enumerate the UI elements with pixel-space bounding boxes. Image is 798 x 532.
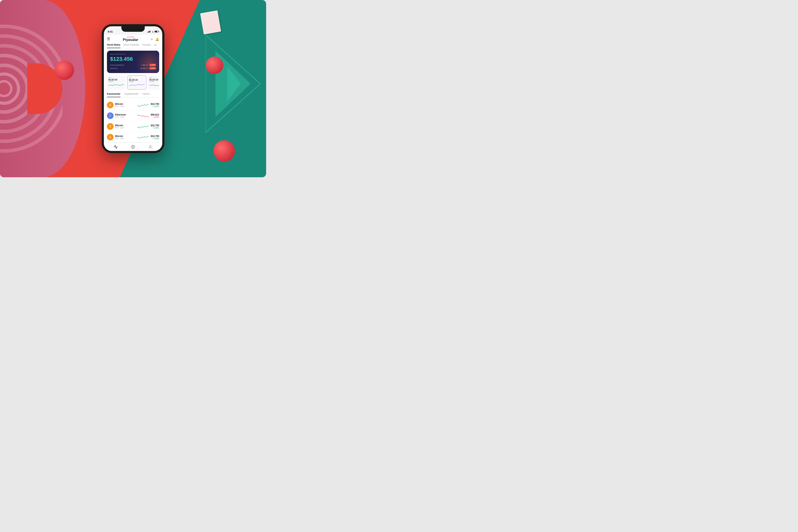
crypto-price-info-2: $22,750 +1,45% <box>151 124 159 129</box>
page-title: Piyasalar <box>123 38 138 42</box>
crypto-list: ₿ Bitcoin BTC · USD $22,750 +1,45% <box>107 100 159 142</box>
green-arrows-svg <box>206 35 260 132</box>
signal-bar-3 <box>149 31 150 33</box>
ticker-label-0: ABC <box>109 77 124 78</box>
crypto-change-2: +1,45% <box>151 127 159 129</box>
svg-point-12 <box>150 145 151 147</box>
crypto-price-3: $22,750 <box>151 135 159 137</box>
crypto-change-0: +1,45% <box>151 106 159 108</box>
crypto-pair-0: BTC · USD <box>115 106 135 107</box>
eth-icon-1: Ξ <box>107 112 114 119</box>
nav-chart[interactable] <box>114 145 118 149</box>
ticker-price-0: $3.157,34 <box>109 79 124 81</box>
app-screen: ☰ canlıfiyat Piyasalar ⌕ 🔔 Genel Bakış D… <box>104 35 162 151</box>
ticker-change-2: +0,00% <box>149 81 159 82</box>
battery-fill <box>155 31 157 32</box>
portfolio-card: ANA PORTFOLYO $123.456 Güncel günlük kar… <box>107 51 159 73</box>
header-center: canlıfiyat Piyasalar <box>123 36 138 42</box>
tab-kazananlar[interactable]: Kazananlar <box>107 92 120 97</box>
ticker-change-0: +0,00% <box>109 81 124 82</box>
crypto-price-1: $56,812 <box>151 113 159 116</box>
portfolio-daily-row: Güncel günlük kar -1.481,72 -1,19% <box>110 64 156 66</box>
ticker-label-1: ABC <box>129 77 145 78</box>
crypto-info-1: Ethereum ETH · USD <box>115 113 135 118</box>
crypto-item-0[interactable]: ₿ Bitcoin BTC · USD $22,750 +1,45% <box>107 100 159 111</box>
btc-icon-2: ₿ <box>107 123 114 130</box>
crypto-item-2[interactable]: ₿ Bitcoin BTC · USD $22,750 +1,45% <box>107 121 159 132</box>
crypto-spark-1 <box>137 113 149 118</box>
header-actions: ⌕ 🔔 <box>151 37 159 41</box>
ticker-card-1[interactable]: ABC $3.157,34 +0,00% <box>127 75 146 90</box>
crypto-info-0: Bitcoin BTC · USD <box>115 103 135 107</box>
crypto-info-2: Bitcoin BTC · USD <box>115 124 135 129</box>
crypto-price-0: $22,750 <box>151 103 159 106</box>
brand-label: canlıfiyat <box>123 36 138 38</box>
signal-bar-1 <box>148 32 148 33</box>
tab-genel-bakis[interactable]: Genel Bakış <box>107 43 120 48</box>
tab-kaybedenler[interactable]: Kaybedenler <box>124 92 138 97</box>
ticker-card-2[interactable]: ABC $3.157,34 +0,00% <box>148 75 159 90</box>
crypto-price-2: $22,750 <box>151 124 159 127</box>
crypto-spark-2 <box>137 124 149 129</box>
menu-icon[interactable]: ☰ <box>107 37 110 41</box>
portfolio-label: ANA PORTFOLYO <box>110 53 156 55</box>
portfolio-amount: $123.456 <box>110 56 156 62</box>
crypto-item-1[interactable]: Ξ Ethereum ETH · USD $56,812 -1,45% <box>107 111 159 121</box>
crypto-item-3[interactable]: ₿ Bitcoin BTC · USD $22,750 +1,45% <box>107 132 159 142</box>
crypto-name-0: Bitcoin <box>115 103 135 106</box>
signal-bar-2 <box>148 31 149 33</box>
phone-notch <box>121 26 145 32</box>
phone: 9:41 ▲ ☰ <box>102 24 164 153</box>
bell-icon[interactable]: 🔔 <box>155 37 159 41</box>
crypto-name-3: Bitcoin <box>115 135 135 137</box>
cube-decoration <box>200 10 221 35</box>
search-icon[interactable]: ⌕ <box>151 37 153 41</box>
crypto-pair-2: BTC · USD <box>115 127 135 129</box>
chart-icon <box>114 145 118 149</box>
crypto-price-info-1: $56,812 -1,45% <box>151 113 159 118</box>
ticker-spark-0 <box>109 83 124 87</box>
status-icons: ▲ <box>148 31 158 33</box>
ticker-price-2: $3.157,34 <box>149 79 159 81</box>
crypto-info-3: Bitcoin BTC · USD <box>115 135 135 139</box>
btc-icon-0: ₿ <box>107 102 114 108</box>
crypto-spark-3 <box>137 134 149 140</box>
tab-emtialar[interactable]: Emtialar <box>142 43 151 48</box>
tab-hacim[interactable]: Hacim <box>142 92 150 97</box>
svg-point-6 <box>0 81 11 96</box>
daily-right: -1.481,72 -1,19% <box>141 64 156 66</box>
ticker-spark-1 <box>129 83 145 87</box>
battery-icon <box>154 31 158 33</box>
crypto-price-info-0: $22,750 +1,45% <box>151 103 159 108</box>
tab-doviz[interactable]: Döviz Pariteleri <box>124 43 139 48</box>
ticker-card-0[interactable]: ABC $3.157,34 +0,00% <box>107 75 126 90</box>
total-right: 41.481,72 -1,19% <box>140 67 156 70</box>
signal-bars <box>148 31 150 33</box>
profile-icon <box>148 145 153 149</box>
ticker-label-2: ABC <box>149 77 159 78</box>
total-label: Genel kar <box>110 68 118 69</box>
total-badge: -1,19% <box>149 67 156 70</box>
ticker-strip: ABC $3.157,34 +0,00% ABC $3.157,34 +0,00… <box>107 75 159 90</box>
crypto-name-2: Bitcoin <box>115 124 135 127</box>
portfolio-total-row: Genel kar 41.481,72 -1,19% <box>110 67 156 70</box>
wifi-icon: ▲ <box>152 31 154 33</box>
nav-profile[interactable] <box>148 145 153 149</box>
ticker-price-1: $3.157,34 <box>129 79 145 81</box>
crypto-spark-0 <box>137 102 149 108</box>
app-header: ☰ canlıfiyat Piyasalar ⌕ 🔔 <box>107 35 159 43</box>
total-value: 41.481,72 <box>140 68 148 69</box>
status-time: 9:41 <box>108 30 113 33</box>
daily-label: Güncel günlük kar <box>110 64 124 66</box>
tab-more[interactable]: ••• <box>154 43 157 48</box>
nav-globe[interactable] <box>131 145 135 149</box>
sphere-left <box>55 60 74 80</box>
crypto-pair-3: BTC · USD <box>115 137 135 139</box>
crypto-change-1: -1,45% <box>151 116 159 118</box>
phone-wrapper: 9:41 ▲ ☰ <box>102 24 164 153</box>
ticker-change-1: +0,00% <box>129 81 145 82</box>
crypto-change-3: +1,45% <box>151 137 159 140</box>
battery-tip <box>158 31 159 32</box>
daily-badge: -1,19% <box>149 64 156 66</box>
crypto-name-1: Ethereum <box>115 113 135 116</box>
